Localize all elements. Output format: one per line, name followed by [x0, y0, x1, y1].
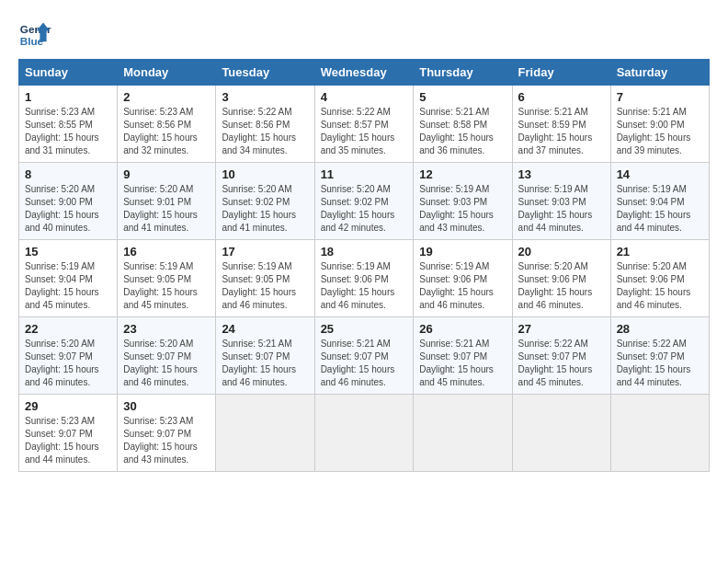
day-number: 22	[25, 322, 111, 336]
day-info: Sunrise: 5:21 AMSunset: 9:00 PMDaylight:…	[617, 106, 703, 157]
day-number: 29	[25, 399, 111, 413]
day-cell-24: 24Sunrise: 5:21 AMSunset: 9:07 PMDayligh…	[216, 317, 314, 395]
day-header-thursday: Thursday	[414, 60, 512, 86]
day-info: Sunrise: 5:23 AMSunset: 9:07 PMDaylight:…	[25, 415, 111, 466]
day-info: Sunrise: 5:19 AMSunset: 9:05 PMDaylight:…	[222, 260, 308, 312]
empty-cell	[216, 395, 314, 472]
day-number: 3	[222, 90, 308, 104]
day-number: 5	[419, 90, 506, 104]
day-number: 30	[123, 399, 210, 413]
day-cell-27: 27Sunrise: 5:22 AMSunset: 9:07 PMDayligh…	[512, 317, 610, 395]
day-cell-14: 14Sunrise: 5:19 AMSunset: 9:04 PMDayligh…	[610, 163, 709, 240]
day-info: Sunrise: 5:19 AMSunset: 9:04 PMDaylight:…	[25, 260, 111, 312]
week-row-5: 29Sunrise: 5:23 AMSunset: 9:07 PMDayligh…	[19, 395, 710, 472]
day-cell-2: 2Sunrise: 5:23 AMSunset: 8:56 PMDaylight…	[118, 86, 216, 163]
day-header-tuesday: Tuesday	[216, 60, 314, 86]
day-cell-10: 10Sunrise: 5:20 AMSunset: 9:02 PMDayligh…	[216, 163, 314, 240]
day-cell-9: 9Sunrise: 5:20 AMSunset: 9:01 PMDaylight…	[118, 163, 216, 240]
day-header-sunday: Sunday	[19, 60, 118, 86]
day-number: 1	[25, 90, 111, 104]
day-number: 12	[419, 167, 506, 181]
day-cell-22: 22Sunrise: 5:20 AMSunset: 9:07 PMDayligh…	[19, 317, 118, 395]
calendar-body: 1Sunrise: 5:23 AMSunset: 8:55 PMDaylight…	[19, 86, 710, 472]
day-cell-12: 12Sunrise: 5:19 AMSunset: 9:03 PMDayligh…	[414, 163, 512, 240]
day-number: 26	[419, 322, 506, 336]
day-info: Sunrise: 5:19 AMSunset: 9:05 PMDaylight:…	[123, 260, 210, 312]
day-number: 15	[25, 245, 111, 259]
day-cell-3: 3Sunrise: 5:22 AMSunset: 8:56 PMDaylight…	[216, 86, 314, 163]
day-info: Sunrise: 5:20 AMSunset: 9:06 PMDaylight:…	[617, 260, 703, 312]
day-number: 20	[518, 245, 605, 259]
day-cell-28: 28Sunrise: 5:22 AMSunset: 9:07 PMDayligh…	[610, 317, 709, 395]
day-cell-20: 20Sunrise: 5:20 AMSunset: 9:06 PMDayligh…	[512, 240, 610, 317]
day-info: Sunrise: 5:20 AMSunset: 9:07 PMDaylight:…	[25, 338, 111, 389]
day-number: 14	[617, 167, 703, 181]
day-cell-7: 7Sunrise: 5:21 AMSunset: 9:00 PMDaylight…	[610, 86, 709, 163]
week-row-4: 22Sunrise: 5:20 AMSunset: 9:07 PMDayligh…	[19, 317, 710, 395]
day-number: 16	[123, 245, 210, 259]
day-cell-26: 26Sunrise: 5:21 AMSunset: 9:07 PMDayligh…	[414, 317, 512, 395]
day-cell-13: 13Sunrise: 5:19 AMSunset: 9:03 PMDayligh…	[512, 163, 610, 240]
day-number: 27	[518, 322, 605, 336]
day-header-saturday: Saturday	[610, 60, 709, 86]
day-number: 4	[321, 90, 408, 104]
day-number: 6	[518, 90, 605, 104]
day-info: Sunrise: 5:20 AMSunset: 9:02 PMDaylight:…	[222, 183, 308, 235]
week-row-2: 8Sunrise: 5:20 AMSunset: 9:00 PMDaylight…	[19, 163, 710, 240]
day-cell-18: 18Sunrise: 5:19 AMSunset: 9:06 PMDayligh…	[314, 240, 414, 317]
empty-cell	[512, 395, 610, 472]
calendar-table: SundayMondayTuesdayWednesdayThursdayFrid…	[18, 59, 710, 472]
day-cell-15: 15Sunrise: 5:19 AMSunset: 9:04 PMDayligh…	[19, 240, 118, 317]
empty-cell	[610, 395, 709, 472]
day-number: 17	[222, 245, 308, 259]
day-number: 9	[123, 167, 210, 181]
day-cell-5: 5Sunrise: 5:21 AMSunset: 8:58 PMDaylight…	[414, 86, 512, 163]
day-cell-23: 23Sunrise: 5:20 AMSunset: 9:07 PMDayligh…	[118, 317, 216, 395]
day-info: Sunrise: 5:20 AMSunset: 9:01 PMDaylight:…	[123, 183, 210, 235]
day-info: Sunrise: 5:21 AMSunset: 9:07 PMDaylight:…	[222, 338, 308, 389]
day-header-wednesday: Wednesday	[314, 60, 414, 86]
week-row-1: 1Sunrise: 5:23 AMSunset: 8:55 PMDaylight…	[19, 86, 710, 163]
day-info: Sunrise: 5:21 AMSunset: 8:59 PMDaylight:…	[518, 106, 605, 157]
day-cell-30: 30Sunrise: 5:23 AMSunset: 9:07 PMDayligh…	[118, 395, 216, 472]
day-number: 23	[123, 322, 210, 336]
day-cell-8: 8Sunrise: 5:20 AMSunset: 9:00 PMDaylight…	[19, 163, 118, 240]
day-info: Sunrise: 5:23 AMSunset: 8:56 PMDaylight:…	[123, 106, 210, 157]
day-cell-21: 21Sunrise: 5:20 AMSunset: 9:06 PMDayligh…	[610, 240, 709, 317]
days-header-row: SundayMondayTuesdayWednesdayThursdayFrid…	[19, 60, 710, 86]
day-number: 24	[222, 322, 308, 336]
day-number: 8	[25, 167, 111, 181]
day-info: Sunrise: 5:19 AMSunset: 9:03 PMDaylight:…	[518, 183, 605, 235]
day-header-friday: Friday	[512, 60, 610, 86]
empty-cell	[414, 395, 512, 472]
day-info: Sunrise: 5:22 AMSunset: 8:56 PMDaylight:…	[222, 106, 308, 157]
day-info: Sunrise: 5:21 AMSunset: 9:07 PMDaylight:…	[321, 338, 408, 389]
empty-cell	[314, 395, 414, 472]
day-info: Sunrise: 5:20 AMSunset: 9:02 PMDaylight:…	[321, 183, 408, 235]
day-info: Sunrise: 5:22 AMSunset: 9:07 PMDaylight:…	[518, 338, 605, 389]
week-row-3: 15Sunrise: 5:19 AMSunset: 9:04 PMDayligh…	[19, 240, 710, 317]
day-info: Sunrise: 5:20 AMSunset: 9:00 PMDaylight:…	[25, 183, 111, 235]
day-cell-1: 1Sunrise: 5:23 AMSunset: 8:55 PMDaylight…	[19, 86, 118, 163]
day-info: Sunrise: 5:21 AMSunset: 9:07 PMDaylight:…	[419, 338, 506, 389]
day-number: 10	[222, 167, 308, 181]
day-cell-29: 29Sunrise: 5:23 AMSunset: 9:07 PMDayligh…	[19, 395, 118, 472]
logo-icon: General Blue	[18, 18, 51, 52]
day-number: 13	[518, 167, 605, 181]
day-number: 28	[617, 322, 703, 336]
day-number: 2	[123, 90, 210, 104]
day-info: Sunrise: 5:23 AMSunset: 8:55 PMDaylight:…	[25, 106, 111, 157]
day-cell-25: 25Sunrise: 5:21 AMSunset: 9:07 PMDayligh…	[314, 317, 414, 395]
day-header-monday: Monday	[118, 60, 216, 86]
day-number: 25	[321, 322, 408, 336]
day-number: 18	[321, 245, 408, 259]
day-cell-17: 17Sunrise: 5:19 AMSunset: 9:05 PMDayligh…	[216, 240, 314, 317]
day-cell-4: 4Sunrise: 5:22 AMSunset: 8:57 PMDaylight…	[314, 86, 414, 163]
day-cell-16: 16Sunrise: 5:19 AMSunset: 9:05 PMDayligh…	[118, 240, 216, 317]
day-number: 7	[617, 90, 703, 104]
day-info: Sunrise: 5:19 AMSunset: 9:03 PMDaylight:…	[419, 183, 506, 235]
day-number: 21	[617, 245, 703, 259]
day-info: Sunrise: 5:19 AMSunset: 9:06 PMDaylight:…	[419, 260, 506, 312]
day-number: 19	[419, 245, 506, 259]
day-info: Sunrise: 5:22 AMSunset: 8:57 PMDaylight:…	[321, 106, 408, 157]
